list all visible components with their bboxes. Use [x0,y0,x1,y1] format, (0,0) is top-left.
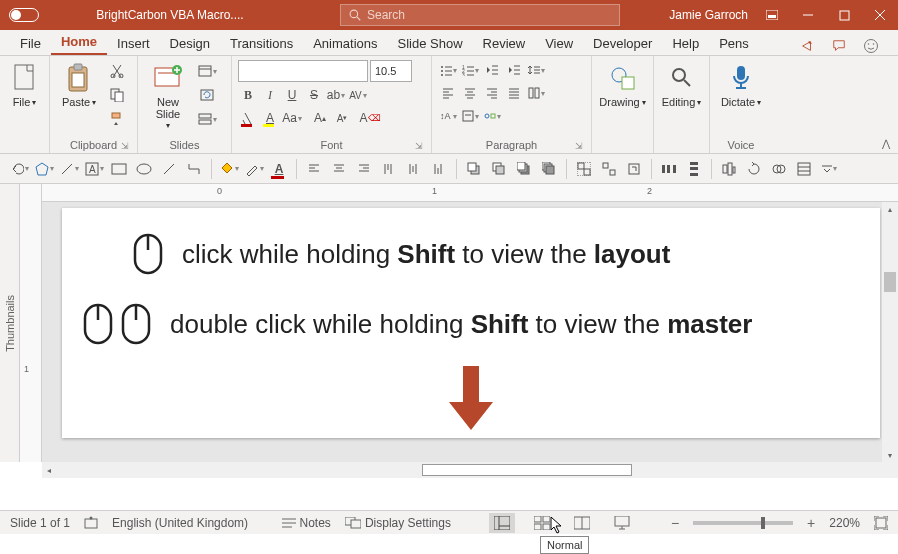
shape-pentagon-icon[interactable] [33,158,55,180]
new-slide-button[interactable]: New Slide▾ [144,60,192,133]
change-case-button[interactable]: Aa [282,108,302,128]
thumbnails-panel-tab[interactable]: Thumbnails [0,184,20,462]
more-commands-icon[interactable] [818,158,840,180]
user-name[interactable]: Jamie Garroch [669,8,748,22]
reading-view-button[interactable] [569,513,595,533]
editing-button[interactable]: Editing▾ [656,60,708,110]
group-icon[interactable] [573,158,595,180]
layout-icon[interactable] [196,60,218,82]
tab-home[interactable]: Home [51,30,107,55]
numbering-button[interactable]: 123 [460,60,480,80]
align-middle-v-qat[interactable] [403,158,425,180]
font-size-input[interactable]: 10.5 [370,60,412,82]
zoom-slider[interactable] [693,521,793,525]
dictate-button[interactable]: Dictate▾ [715,60,767,110]
tab-help[interactable]: Help [662,32,709,55]
display-settings-button[interactable]: Display Settings [345,516,451,530]
shape-line2-icon[interactable] [158,158,180,180]
horizontal-scrollbar[interactable]: ◂ ▸ [42,462,898,478]
tab-insert[interactable]: Insert [107,32,160,55]
normal-view-button[interactable] [489,513,515,533]
language-button[interactable]: English (United Kingdom) [112,516,248,530]
collapse-ribbon-icon[interactable]: ⋀ [882,138,890,149]
scroll-thumb-h[interactable] [422,464,632,476]
tab-file[interactable]: File [10,32,51,55]
share-icon[interactable] [798,37,816,55]
bullets-button[interactable] [438,60,458,80]
shape-fill-icon[interactable] [218,158,240,180]
shape-rect-icon[interactable] [108,158,130,180]
tab-transitions[interactable]: Transitions [220,32,303,55]
align-right-button[interactable] [482,83,502,103]
shadow-button[interactable]: ab [326,85,346,105]
fit-to-window-button[interactable] [874,516,888,530]
tab-view[interactable]: View [535,32,583,55]
tab-slideshow[interactable]: Slide Show [387,32,472,55]
close-button[interactable] [862,0,898,30]
font-launcher-icon[interactable]: ⇲ [415,141,423,151]
tab-pens[interactable]: Pens [709,32,759,55]
align-left-button[interactable] [438,83,458,103]
smartart-button[interactable] [482,106,502,126]
reset-icon[interactable] [196,84,218,106]
search-box[interactable]: Search [340,4,620,26]
vertical-scrollbar[interactable]: ▴ ▾ [882,202,898,462]
shape-line-icon[interactable] [58,158,80,180]
accessibility-icon[interactable] [84,516,98,530]
paste-button[interactable]: Paste▾ [56,60,102,110]
increase-font-button[interactable]: A▴ [310,108,330,128]
paragraph-launcher-icon[interactable]: ⇲ [575,141,583,151]
bring-forward-icon[interactable] [463,158,485,180]
scroll-down-icon[interactable]: ▾ [884,448,896,462]
font-color-button[interactable] [238,108,258,128]
line-spacing-button[interactable] [526,60,546,80]
align-right-qat[interactable] [353,158,375,180]
tab-animations[interactable]: Animations [303,32,387,55]
copy-icon[interactable] [106,84,128,106]
scroll-thumb[interactable] [884,272,896,292]
comments-icon[interactable] [830,37,848,55]
zoom-level[interactable]: 220% [829,516,860,530]
font-color-qat-icon[interactable]: A [268,158,290,180]
send-back-icon[interactable] [538,158,560,180]
decrease-indent-button[interactable] [482,60,502,80]
ungroup-icon[interactable] [598,158,620,180]
bring-front-icon[interactable] [513,158,535,180]
shape-text-icon[interactable]: A [83,158,105,180]
slide-canvas[interactable]: click while holding Shift to view the la… [62,208,880,438]
align-top-qat[interactable] [378,158,400,180]
increase-indent-button[interactable] [504,60,524,80]
decrease-font-button[interactable]: A▾ [332,108,352,128]
zoom-in-button[interactable]: + [807,515,815,531]
justify-button[interactable] [504,83,524,103]
tab-developer[interactable]: Developer [583,32,662,55]
rotate-icon[interactable] [743,158,765,180]
align-bottom-qat[interactable] [428,158,450,180]
scroll-left-icon[interactable]: ◂ [42,463,56,477]
bold-button[interactable]: B [238,85,258,105]
cut-icon[interactable] [106,60,128,82]
ribbon-display-icon[interactable] [754,0,790,30]
autosave-toggle[interactable] [0,8,48,22]
shape-outline-icon[interactable] [243,158,265,180]
clear-formatting-button[interactable]: A⌫ [360,108,380,128]
character-spacing-button[interactable]: AV [348,85,368,105]
file-button[interactable]: File▾ [3,60,47,110]
merge-icon[interactable] [768,158,790,180]
columns-button[interactable] [526,83,546,103]
tab-review[interactable]: Review [473,32,536,55]
shape-oval-icon[interactable] [133,158,155,180]
feedback-icon[interactable] [862,37,880,55]
section-icon[interactable] [196,108,218,130]
italic-button[interactable]: I [260,85,280,105]
notes-button[interactable]: Notes [282,516,331,530]
maximize-button[interactable] [826,0,862,30]
shape-connector-icon[interactable] [183,158,205,180]
align-center-qat[interactable] [328,158,350,180]
text-direction-button[interactable]: ↕A [438,106,458,126]
distribute-v-icon[interactable] [683,158,705,180]
align-left-qat[interactable] [303,158,325,180]
font-name-input[interactable] [238,60,368,82]
tab-design[interactable]: Design [160,32,220,55]
format-painter-icon[interactable] [106,108,128,130]
